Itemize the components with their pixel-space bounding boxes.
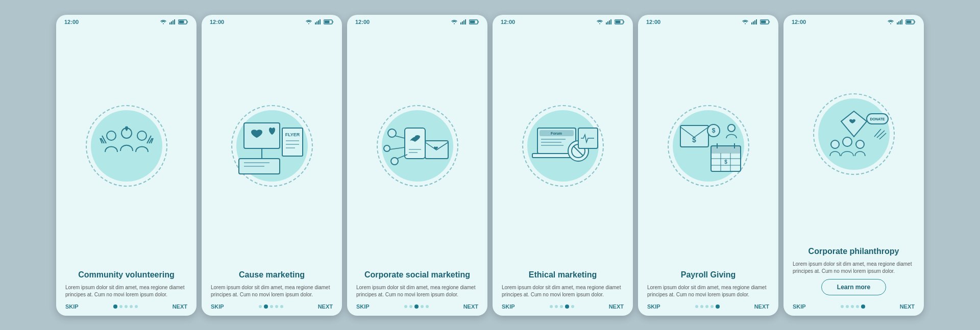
illustration-6: DONATE bbox=[783, 27, 924, 242]
next-btn-3[interactable]: NEXT bbox=[463, 303, 478, 310]
dot-2-4 bbox=[275, 305, 278, 308]
svg-rect-48 bbox=[610, 19, 611, 24]
wifi-icon bbox=[160, 19, 167, 24]
skip-btn-2[interactable]: SKIP bbox=[211, 303, 224, 310]
learn-more-button[interactable]: Learn more bbox=[821, 279, 886, 295]
svg-text:Forum: Forum bbox=[551, 132, 562, 135]
dot-3-5 bbox=[426, 305, 429, 308]
social-marketing-icon bbox=[379, 113, 456, 179]
dot-5-3 bbox=[705, 305, 708, 308]
dot-5-2 bbox=[700, 305, 703, 308]
dot-5-4 bbox=[710, 305, 714, 308]
skip-btn-4[interactable]: SKIP bbox=[502, 303, 515, 310]
svg-rect-34 bbox=[405, 128, 425, 159]
dots-5 bbox=[695, 304, 720, 309]
time-3: 12:00 bbox=[355, 19, 370, 25]
bottom-nav-1: SKIP NEXT bbox=[56, 298, 197, 316]
svg-rect-64 bbox=[753, 21, 754, 24]
dot-5-5 bbox=[716, 304, 720, 309]
philanthropy-icon: DONATE bbox=[816, 101, 892, 167]
svg-rect-1 bbox=[169, 22, 170, 24]
svg-rect-84 bbox=[897, 22, 898, 24]
signal-icon-2 bbox=[314, 19, 322, 24]
svg-point-40 bbox=[391, 158, 398, 165]
skip-btn-6[interactable]: SKIP bbox=[793, 303, 806, 310]
screen-corporate-social: 12:00 bbox=[347, 15, 487, 316]
status-icons-4 bbox=[596, 19, 625, 24]
battery-icon bbox=[178, 19, 188, 24]
cause-marketing-icon: FLYER bbox=[234, 113, 310, 179]
dot-1-4 bbox=[130, 305, 133, 308]
next-btn-4[interactable]: NEXT bbox=[609, 303, 624, 310]
dot-2-5 bbox=[280, 305, 283, 308]
svg-rect-45 bbox=[606, 22, 607, 24]
svg-point-93 bbox=[831, 140, 839, 148]
next-btn-1[interactable]: NEXT bbox=[173, 303, 187, 310]
illustration-4: Forum bbox=[493, 27, 633, 265]
next-btn-5[interactable]: NEXT bbox=[754, 303, 769, 310]
signal-icon-6 bbox=[896, 19, 903, 24]
status-icons-6 bbox=[887, 19, 916, 24]
screens-container: 12:00 bbox=[46, 5, 934, 326]
signal-icon-4 bbox=[605, 19, 612, 24]
screen-cause-marketing: 12:00 bbox=[202, 15, 342, 316]
body-3: Lorem ipsum dolor sit dim amet, mea regi… bbox=[356, 284, 478, 298]
dot-6-1 bbox=[841, 305, 844, 308]
screen-payroll-giving: 12:00 $ $ bbox=[638, 15, 778, 316]
dots-2 bbox=[259, 304, 283, 309]
svg-rect-11 bbox=[315, 22, 316, 24]
svg-text:$: $ bbox=[724, 159, 727, 165]
svg-rect-31 bbox=[465, 19, 466, 24]
dot-2-1 bbox=[259, 305, 262, 308]
svg-rect-87 bbox=[901, 19, 902, 24]
illustration-2: FLYER bbox=[202, 27, 342, 265]
svg-rect-6 bbox=[179, 20, 184, 23]
status-icons-2 bbox=[305, 19, 334, 24]
svg-rect-2 bbox=[171, 21, 172, 24]
skip-btn-1[interactable]: SKIP bbox=[65, 303, 79, 310]
svg-point-83 bbox=[890, 23, 891, 24]
svg-rect-17 bbox=[244, 123, 280, 148]
battery-icon-4 bbox=[615, 19, 625, 24]
title-2: Cause marketing bbox=[211, 270, 333, 280]
svg-line-41 bbox=[395, 136, 405, 138]
status-icons-1 bbox=[160, 19, 188, 24]
skip-btn-5[interactable]: SKIP bbox=[647, 303, 660, 310]
svg-point-44 bbox=[599, 23, 600, 24]
svg-point-9 bbox=[137, 131, 146, 140]
bottom-nav-2: SKIP NEXT bbox=[202, 298, 342, 316]
body-2: Lorem ipsum dolor sit dim amet, mea regi… bbox=[211, 284, 333, 298]
battery-icon-5 bbox=[760, 19, 770, 24]
bottom-nav-6: SKIP NEXT bbox=[783, 298, 924, 316]
status-icons-5 bbox=[742, 19, 770, 24]
screen-corporate-philanthropy: 12:00 DONATE bbox=[783, 15, 924, 316]
svg-line-42 bbox=[389, 147, 405, 149]
svg-rect-85 bbox=[898, 21, 899, 24]
dots-4 bbox=[550, 304, 574, 309]
content-1: Community volunteering Lorem ipsum dolor… bbox=[56, 265, 197, 298]
svg-line-96 bbox=[874, 129, 881, 137]
time-5: 12:00 bbox=[646, 19, 660, 25]
dot-6-5 bbox=[861, 304, 865, 309]
svg-rect-89 bbox=[906, 20, 912, 23]
time-4: 12:00 bbox=[501, 19, 515, 25]
body-1: Lorem ipsum dolor sit dim amet, mea regi… bbox=[65, 284, 187, 298]
dot-2-2 bbox=[264, 304, 268, 309]
svg-rect-50 bbox=[616, 20, 621, 23]
dots-1 bbox=[113, 304, 138, 309]
time-2: 12:00 bbox=[210, 19, 224, 25]
next-btn-6[interactable]: NEXT bbox=[900, 303, 915, 310]
status-bar-2: 12:00 bbox=[202, 15, 342, 27]
status-icons-3 bbox=[451, 19, 479, 24]
status-bar-5: 12:00 bbox=[638, 15, 778, 27]
dot-2-3 bbox=[270, 305, 273, 308]
status-bar-1: 12:00 bbox=[56, 15, 197, 27]
status-bar-4: 12:00 bbox=[493, 15, 633, 27]
next-btn-2[interactable]: NEXT bbox=[318, 303, 333, 310]
skip-btn-3[interactable]: SKIP bbox=[356, 303, 370, 310]
title-4: Ethical marketing bbox=[502, 270, 624, 280]
svg-text:FLYER: FLYER bbox=[285, 132, 300, 137]
battery-icon-2 bbox=[324, 19, 334, 24]
svg-rect-46 bbox=[607, 21, 608, 24]
screen-ethical-marketing: 12:00 Forum bbox=[493, 15, 633, 316]
